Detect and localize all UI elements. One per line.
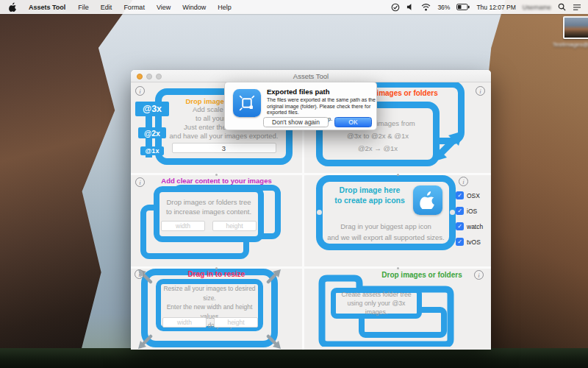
assets-tool-app-icon: [233, 89, 261, 117]
resize-corner-arrow-icon: [265, 330, 282, 350]
panel-text-line: and we will export all supported sizes.: [319, 232, 453, 243]
platform-checkbox-list: ✓ OSX ✓ iOS ✓ watch ✓ tvOS: [456, 188, 483, 250]
tab-3x-badge: @3x: [135, 102, 169, 116]
splitter-handle[interactable]: [215, 174, 218, 176]
dialog-body-text: The files were exported at the same path…: [267, 97, 376, 116]
panel-app-icons: i Drop image here to create app icons Dr…: [304, 175, 491, 266]
panel-text-line: and have all your images exported.: [162, 132, 286, 141]
checkbox-checked-icon[interactable]: ✓: [456, 238, 464, 246]
panel-text-line: to increase images content.: [159, 207, 258, 216]
info-icon[interactable]: i: [135, 269, 144, 279]
panel-text-line: @3x to @2x & @1x: [316, 130, 440, 142]
tab-1x-badge: @1x: [140, 146, 164, 155]
tab-2x-badge: @2x: [138, 127, 166, 138]
panel-resize: i Drag in to resize Resize all your imag…: [131, 269, 302, 350]
battery-percent: 36%: [437, 4, 450, 11]
menu-help[interactable]: Help: [212, 4, 237, 11]
downscale-arrow-icon: [429, 130, 466, 166]
notification-center-icon[interactable]: [573, 4, 581, 11]
panel-heading: Drop image here: [322, 185, 417, 195]
splitter-handle[interactable]: [397, 174, 399, 176]
panel-text-line: using only your @3x images.: [336, 299, 417, 316]
battery-icon[interactable]: [456, 4, 470, 10]
desktop-file-label: TestImages@2x.jpg: [547, 41, 588, 48]
menu-format[interactable]: Format: [118, 4, 151, 11]
panel-text-line: Drop images or folders tree: [159, 197, 258, 207]
checkbox-checked-icon[interactable]: ✓: [456, 207, 464, 215]
wallpaper-el-capitan-rock: [479, 0, 588, 368]
checkbox-label: iOS: [467, 208, 477, 215]
info-icon[interactable]: i: [135, 177, 145, 187]
panel-text-line: Resize all your images to desired size.: [159, 284, 260, 302]
dont-show-again-button[interactable]: Don't show again: [263, 117, 329, 127]
scale-factor-input[interactable]: [172, 143, 276, 153]
height-input[interactable]: [212, 221, 257, 231]
window-title: Assets Tool: [293, 72, 329, 80]
splitter-handle[interactable]: [397, 267, 399, 269]
height-input[interactable]: [214, 317, 258, 328]
check-circle-menu-extra-icon[interactable]: [391, 3, 400, 12]
exported-files-path-dialog: Exported files path The files were expor…: [224, 82, 377, 130]
panel-heading: Drag in to resize: [131, 270, 302, 278]
menu-clock[interactable]: Thu 12:07 PM: [476, 4, 515, 11]
image-file-thumbnail: [563, 16, 588, 39]
info-icon[interactable]: i: [476, 86, 485, 96]
checkbox-checked-icon[interactable]: ✓: [456, 222, 464, 230]
checkbox-label: OSX: [467, 192, 480, 199]
folder-tree-text-box: Create assets folder tree using only you…: [331, 288, 422, 319]
info-icon[interactable]: i: [474, 270, 484, 280]
width-input[interactable]: [162, 317, 207, 328]
checkbox-checked-icon[interactable]: ✓: [456, 191, 464, 199]
ok-button[interactable]: OK: [334, 117, 372, 127]
clear-content-drop-zone[interactable]: Drop images or folders tree to increase …: [154, 186, 264, 242]
wallpaper-left-cliff: [0, 0, 137, 368]
drop-zone-left-dot: [317, 210, 322, 215]
apple-app-icon: [413, 185, 442, 215]
user-menu[interactable]: Username: [523, 4, 551, 11]
checkbox-row-tvos[interactable]: ✓ tvOS: [456, 234, 483, 250]
checkbox-label: watch: [467, 223, 483, 230]
wifi-icon[interactable]: [421, 4, 431, 11]
checkbox-row-osx[interactable]: ✓ OSX: [456, 188, 483, 203]
menu-bar: Assets Tool File Edit Format View Window…: [0, 0, 588, 14]
desktop-file-testimages[interactable]: TestImages@2x.jpg: [547, 16, 588, 48]
panel-clear-content: i Add clear content to your images Drop …: [131, 175, 302, 266]
panel-heading: to create app icons: [322, 195, 417, 205]
panel-heading: Add clear content to your images: [131, 177, 302, 185]
menu-app-name[interactable]: Assets Tool: [22, 4, 72, 11]
menu-edit[interactable]: Edit: [95, 4, 118, 11]
info-icon[interactable]: i: [135, 86, 145, 96]
apple-menu-icon[interactable]: [9, 2, 17, 12]
checkbox-label: tvOS: [467, 238, 481, 246]
panel-text-line: Drag in your biggest app icon: [319, 221, 453, 232]
resize-corner-arrow-icon: [137, 330, 154, 350]
checkbox-row-watch[interactable]: ✓ watch: [456, 219, 483, 234]
volume-icon[interactable]: [406, 3, 415, 11]
panel-folder-tree: i Drop images or folders Create assets f…: [304, 269, 491, 350]
drop-zone-right-dot: [450, 210, 455, 215]
window-zoom-button[interactable]: [156, 74, 162, 79]
panel-heading: Drop images or folders: [356, 271, 488, 279]
dialog-title: Exported files path: [267, 88, 330, 96]
checkbox-row-ios[interactable]: ✓ iOS: [456, 203, 483, 219]
panel-text-line: Create assets folder tree: [341, 290, 411, 299]
window-titlebar[interactable]: Assets Tool: [131, 70, 491, 82]
window-close-button[interactable]: [137, 74, 143, 79]
window-minimize-button[interactable]: [146, 74, 152, 79]
menu-view[interactable]: View: [151, 4, 176, 11]
info-icon[interactable]: i: [459, 177, 468, 186]
menu-window[interactable]: Window: [176, 4, 212, 11]
wallpaper-forest: [0, 348, 588, 368]
splitter-handle[interactable]: [215, 267, 218, 269]
menu-file[interactable]: File: [72, 4, 95, 11]
panel-text-line: @2x → @1x: [316, 142, 440, 155]
spotlight-search-icon[interactable]: [558, 3, 566, 11]
width-input[interactable]: [161, 221, 205, 231]
